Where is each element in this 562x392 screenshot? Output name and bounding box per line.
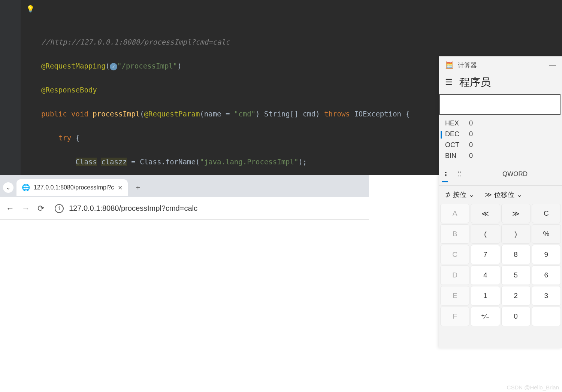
browser-tab[interactable]: 🌐 127.0.0.1:8080/processImpl?c ✕ (16, 179, 128, 196)
key-2[interactable]: 2 (501, 286, 531, 306)
key-0[interactable]: 0 (501, 307, 531, 326)
key-6[interactable]: 6 (532, 265, 561, 285)
key-percent[interactable]: % (532, 224, 561, 244)
menu-icon[interactable]: ☰ (445, 78, 453, 87)
calc-header: ☰ 程序员 (439, 74, 562, 94)
close-tab-button[interactable]: ✕ (118, 184, 123, 191)
bitops-row: ⊅ 按位 ⌄ ≫ 位移位 ⌄ (439, 186, 562, 204)
key-rshift[interactable]: ≫ (501, 204, 531, 223)
browser-window: ⌄ 🌐 127.0.0.1:8080/processImpl?c ✕ + ← →… (0, 175, 369, 392)
key-7[interactable]: 7 (471, 245, 500, 264)
bit-toggle-icon[interactable]: ⁚⁚ (455, 167, 463, 182)
tab-search-button[interactable]: ⌄ (3, 182, 13, 193)
globe-icon: 🌐 (22, 183, 30, 192)
new-tab-button[interactable]: + (132, 182, 143, 193)
word-size-button[interactable]: QWORD (471, 167, 559, 182)
calc-mode-title: 程序员 (459, 75, 491, 89)
key-e[interactable]: E (440, 286, 469, 306)
key-3[interactable]: 3 (532, 286, 561, 306)
key-lshift[interactable]: ≪ (471, 204, 500, 223)
watermark: CSDN @Hello_Brian (507, 384, 559, 391)
base-hex[interactable]: HEX0 (445, 118, 556, 129)
key-clear[interactable]: C (532, 204, 561, 223)
key-9[interactable]: 9 (532, 245, 561, 264)
url-text: 127.0.0.1:8080/processImpl?cmd=calc (69, 204, 197, 213)
bitwise-dropdown[interactable]: ⊅ 按位 ⌄ (445, 190, 474, 199)
key-c[interactable]: C (440, 245, 469, 264)
key-b[interactable]: B (440, 224, 469, 244)
url-bar[interactable]: i 127.0.0.1:8080/processImpl?cmd=calc (52, 204, 363, 213)
calculator-icon: 🧮 (445, 61, 453, 69)
browser-viewport (0, 220, 369, 392)
comment-url: //http://127.0.0.1:8080/processImpl?cmd=… (41, 38, 230, 46)
keypad: A ≪ ≫ C B ( ) % C 7 8 9 D 4 5 6 E 1 2 3 … (439, 204, 562, 326)
base-dec[interactable]: DEC0 (445, 129, 556, 140)
key-empty[interactable] (532, 307, 561, 326)
key-a[interactable]: A (440, 204, 469, 223)
key-8[interactable]: 8 (501, 245, 531, 264)
reload-button[interactable]: ⟳ (37, 204, 44, 213)
window-title: 计算器 (458, 61, 545, 70)
keypad-mode-bar: ⁝⁝⁝ ⁚⁚ QWORD (439, 164, 562, 186)
key-f[interactable]: F (440, 307, 469, 326)
browser-toolbar: ← → ⟳ i 127.0.0.1:8080/processImpl?cmd=c… (0, 197, 369, 220)
key-5[interactable]: 5 (501, 265, 531, 285)
lightbulb-icon[interactable]: 💡 (26, 3, 34, 15)
key-sign[interactable]: ⁺⁄₋ (471, 307, 500, 326)
bitshift-dropdown[interactable]: ≫ 位移位 ⌄ (485, 190, 522, 199)
minimize-button[interactable]: — (549, 61, 556, 69)
key-1[interactable]: 1 (471, 286, 500, 306)
key-d[interactable]: D (440, 265, 469, 285)
full-keypad-icon[interactable]: ⁝⁝⁝ (442, 167, 448, 182)
key-rparen[interactable]: ) (501, 224, 531, 244)
calculator-window: 🧮 计算器 — ☰ 程序员 HEX0 DEC0 OCT0 BIN0 ⁝⁝⁝ ⁚⁚… (439, 56, 562, 348)
back-button[interactable]: ← (6, 204, 14, 213)
tab-title: 127.0.0.1:8080/processImpl?c (34, 184, 114, 191)
globe-icon: ✓ (110, 63, 117, 70)
key-4[interactable]: 4 (471, 265, 500, 285)
base-list: HEX0 DEC0 OCT0 BIN0 (439, 115, 562, 164)
key-lparen[interactable]: ( (471, 224, 500, 244)
titlebar[interactable]: 🧮 计算器 — (439, 57, 562, 74)
editor-gutter (0, 0, 21, 175)
base-bin[interactable]: BIN0 (445, 151, 556, 161)
forward-button[interactable]: → (22, 204, 30, 213)
base-oct[interactable]: OCT0 (445, 140, 556, 151)
site-info-icon[interactable]: i (55, 204, 64, 213)
tab-bar: ⌄ 🌐 127.0.0.1:8080/processImpl?c ✕ + (0, 175, 369, 197)
display[interactable] (439, 94, 561, 115)
